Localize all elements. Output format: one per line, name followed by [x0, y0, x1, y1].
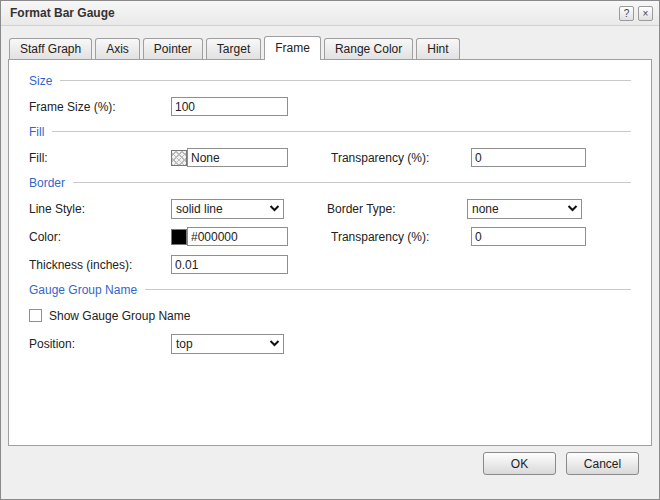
cancel-button[interactable]: Cancel: [566, 452, 639, 475]
frame-size-label: Frame Size (%):: [29, 100, 171, 114]
format-bar-gauge-dialog: Format Bar Gauge ? × Staff Graph Axis Po…: [0, 0, 660, 500]
section-divider: [145, 289, 631, 290]
border-color-row: Color: Transparency (%):: [29, 226, 631, 247]
line-style-select[interactable]: solid line: [171, 199, 284, 219]
close-button[interactable]: ×: [638, 6, 653, 21]
help-button[interactable]: ?: [619, 6, 634, 21]
section-heading-size: Size: [29, 73, 631, 88]
chevron-down-icon: [567, 205, 578, 212]
frame-size-row: Frame Size (%):: [29, 96, 631, 117]
dialog-footer: OK Cancel: [1, 446, 659, 499]
border-color-label: Color:: [29, 230, 171, 244]
section-heading-fill: Fill: [29, 124, 631, 139]
show-gauge-group-name-row: Show Gauge Group Name: [29, 305, 631, 326]
frame-tab-panel: Size Frame Size (%): Fill Fill: Transpar…: [8, 59, 652, 446]
thickness-row: Thickness (inches):: [29, 254, 631, 275]
chevron-down-icon: [269, 340, 280, 347]
position-label: Position:: [29, 337, 171, 351]
tab-axis[interactable]: Axis: [95, 38, 140, 59]
tab-pointer[interactable]: Pointer: [143, 38, 203, 59]
tab-staff-graph[interactable]: Staff Graph: [9, 38, 92, 59]
dialog-titlebar: Format Bar Gauge ? ×: [1, 1, 659, 26]
border-color-swatch[interactable]: [171, 229, 187, 245]
line-style-row: Line Style: solid line Border Type: none: [29, 198, 631, 219]
frame-size-input[interactable]: [171, 97, 288, 116]
thickness-label: Thickness (inches):: [29, 258, 171, 272]
tab-target[interactable]: Target: [206, 38, 261, 59]
show-gauge-group-name-label: Show Gauge Group Name: [49, 309, 190, 323]
fill-row: Fill: Transparency (%):: [29, 147, 631, 168]
ok-button[interactable]: OK: [483, 452, 556, 475]
thickness-input[interactable]: [171, 255, 288, 274]
border-color-input[interactable]: [187, 227, 288, 246]
fill-none-swatch[interactable]: [171, 150, 187, 166]
chevron-down-icon: [269, 205, 280, 212]
border-type-label: Border Type:: [327, 202, 467, 216]
border-transparency-label: Transparency (%):: [331, 230, 471, 244]
tab-frame[interactable]: Frame: [264, 36, 321, 60]
close-icon: ×: [643, 8, 649, 19]
tab-hint[interactable]: Hint: [416, 38, 459, 59]
section-divider: [60, 80, 631, 81]
section-divider: [73, 182, 631, 183]
fill-transparency-label: Transparency (%):: [331, 151, 471, 165]
show-gauge-group-name-checkbox[interactable]: [29, 309, 42, 322]
section-heading-gauge-group-name: Gauge Group Name: [29, 282, 631, 297]
section-divider: [52, 131, 631, 132]
fill-input[interactable]: [187, 148, 288, 167]
tab-range-color[interactable]: Range Color: [324, 38, 413, 59]
section-heading-border: Border: [29, 175, 631, 190]
tab-strip: Staff Graph Axis Pointer Target Frame Ra…: [1, 26, 659, 59]
line-style-label: Line Style:: [29, 202, 171, 216]
position-row: Position: top: [29, 333, 631, 354]
dialog-title: Format Bar Gauge: [10, 6, 615, 20]
border-transparency-input[interactable]: [471, 227, 586, 246]
fill-label: Fill:: [29, 151, 171, 165]
position-select[interactable]: top: [171, 334, 284, 354]
fill-transparency-input[interactable]: [471, 148, 586, 167]
help-icon: ?: [624, 8, 630, 19]
border-type-select[interactable]: none: [467, 199, 582, 219]
